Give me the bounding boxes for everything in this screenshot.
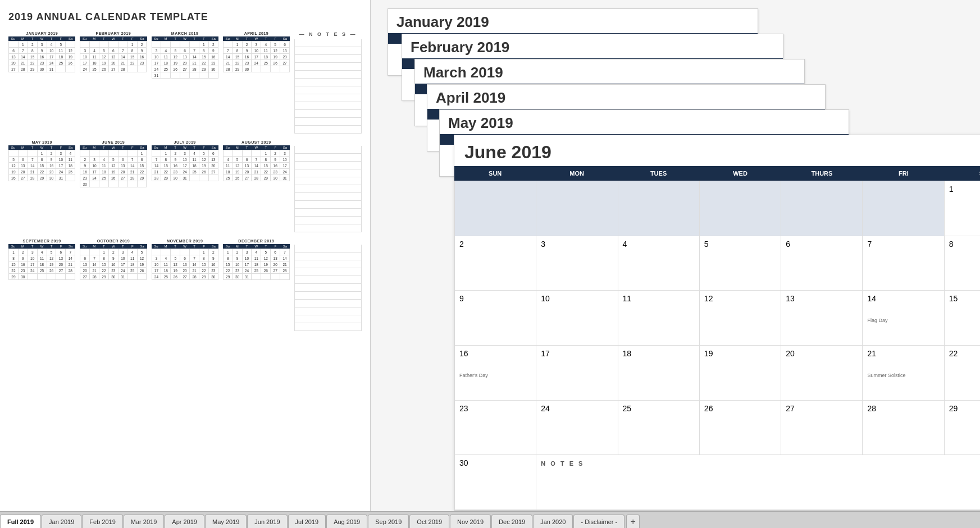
jan-title: January 2019 (388, 9, 758, 33)
tab-add-button[interactable]: + (626, 515, 640, 528)
tab-nov-2019[interactable]: Nov 2019 (450, 515, 491, 528)
notes-lines (294, 39, 362, 134)
june-week-6: 30 N O T E S (455, 455, 980, 510)
june-week-3: 9 10 11 12 13 14 Flag Day 15 (455, 291, 980, 346)
summer-solstice-label: Summer Solstice (867, 373, 939, 378)
flag-day-label: Flag Day (867, 318, 939, 323)
notes-col-3 (294, 239, 362, 331)
may-title: May 2019 (440, 110, 849, 134)
june-week-2: 2 3 4 5 6 7 8 (455, 236, 980, 291)
mini-cal-apr-body: 123456 78910111213 14151617181920 212223… (223, 41, 290, 72)
tab-full-2019[interactable]: Full 2019 (0, 515, 41, 528)
mini-cal-feb: FEBRUARY 2019 SuMTWTFSa 12 3456789 10111… (80, 31, 147, 134)
notes-col: — N O T E S — (294, 31, 362, 134)
mid-months-row: MAY 2019 SuMTWTFSa 1234 567891011 121314… (8, 140, 362, 232)
apr-title: April 2019 (427, 85, 825, 109)
bot-months-row: SEPTEMBER 2019 SuMTWTFSa 1234567 8910111… (8, 239, 362, 331)
mini-cal-jan: JANUARY 2019 SuMTWTFSa 12345 6789101112 … (8, 31, 75, 134)
mini-cal-apr-header: SuMTWTFSa (223, 36, 290, 41)
mini-cal-mar-body: 12 3456789 10111213141516 17181920212223… (152, 41, 218, 79)
mini-cal-feb-body: 12 3456789 10111213141516 17181920212223… (80, 41, 147, 72)
tab-sep-2019[interactable]: Sep 2019 (368, 515, 409, 528)
tab-apr-2019[interactable]: Apr 2019 (165, 515, 204, 528)
june-body: 1 2 3 4 5 6 7 8 9 10 11 12 (454, 181, 980, 510)
tab-feb-2019[interactable]: Feb 2019 (82, 515, 122, 528)
mini-cal-jan-header: SuMTWTFSa (8, 36, 75, 41)
june-week-4: 16 Father's Day 17 18 19 20 21 Summer So… (455, 346, 980, 401)
notes-col-2 (294, 140, 362, 232)
tab-dec-2019[interactable]: Dec 2019 (491, 515, 532, 528)
mini-cal-feb-header: SuMTWTFSa (80, 36, 147, 41)
tab-jan-2019[interactable]: Jan 2019 (42, 515, 81, 528)
right-panel: January 2019 SUN MON TUES WED THURS FRI … (371, 0, 980, 511)
mini-cal-oct: OCTOBER 2019 SuMTWTFSa 12345 6789101112 … (80, 239, 147, 331)
left-panel: 2019 ANNUAL CALENDAR TEMPLATE JANUARY 20… (0, 0, 371, 511)
june-full-title: June 2019 (454, 135, 980, 166)
mini-cal-nov: NOVEMBER 2019 SuMTWTFSa 12 3456789 10111… (152, 239, 218, 331)
mini-cal-jan-body: 12345 6789101112 13141516171819 20212223… (8, 41, 75, 72)
fathers-day-label: Father's Day (459, 373, 531, 378)
june-week-5: 23 24 25 26 27 28 29 (455, 401, 980, 456)
mini-cal-aug: AUGUST 2019 SuMTWTFSa 123 45678910 11121… (223, 140, 290, 232)
tab-oct-2019[interactable]: Oct 2019 (409, 515, 449, 528)
top-months-row: JANUARY 2019 SuMTWTFSa 12345 6789101112 … (8, 31, 362, 134)
june-full-calendar: June 2019 SUN MON TUES WED THURS FRI SAT (454, 135, 980, 511)
feb-title: February 2019 (402, 34, 783, 58)
mini-cal-sep: SEPTEMBER 2019 SuMTWTFSa 1234567 8910111… (8, 239, 75, 331)
mini-cal-apr: APRIL 2019 SuMTWTFSa 123456 78910111213 … (223, 31, 290, 134)
mini-cal-dec: DECEMBER 2019 SuMTWTFSa 1234567 89101112… (223, 239, 290, 331)
tab-aug-2019[interactable]: Aug 2019 (326, 515, 367, 528)
tab-mar-2019[interactable]: Mar 2019 (124, 515, 164, 528)
tab-jul-2019[interactable]: Jul 2019 (288, 515, 326, 528)
mini-cal-jul: JULY 2019 SuMTWTFSa 123456 78910111213 1… (152, 140, 218, 232)
tab-disclaimer[interactable]: - Disclaimer - (573, 515, 625, 528)
tab-jun-2019[interactable]: Jun 2019 (247, 515, 287, 528)
tab-bar: Full 2019 Jan 2019 Feb 2019 Mar 2019 Apr… (0, 511, 980, 528)
mini-cal-jun: JUNE 2019 SuMTWTFSa 1 2345678 9101112131… (80, 140, 147, 232)
notes-footer-label: N O T E S (541, 460, 584, 467)
mar-title: March 2019 (415, 59, 804, 84)
page-title: 2019 ANNUAL CALENDAR TEMPLATE (8, 11, 362, 23)
mini-cal-mar: MARCH 2019 SuMTWTFSa 12 3456789 10111213… (152, 31, 218, 134)
june-week-1: 1 (455, 181, 980, 236)
june-full-header: SUN MON TUES WED THURS FRI SAT (454, 166, 980, 181)
mini-cal-may: MAY 2019 SuMTWTFSa 1234 567891011 121314… (8, 140, 75, 232)
tab-may-2019[interactable]: May 2019 (205, 515, 247, 528)
mini-cal-mar-header: SuMTWTFSa (152, 36, 218, 41)
tab-jan-2020[interactable]: Jan 2020 (533, 515, 573, 528)
